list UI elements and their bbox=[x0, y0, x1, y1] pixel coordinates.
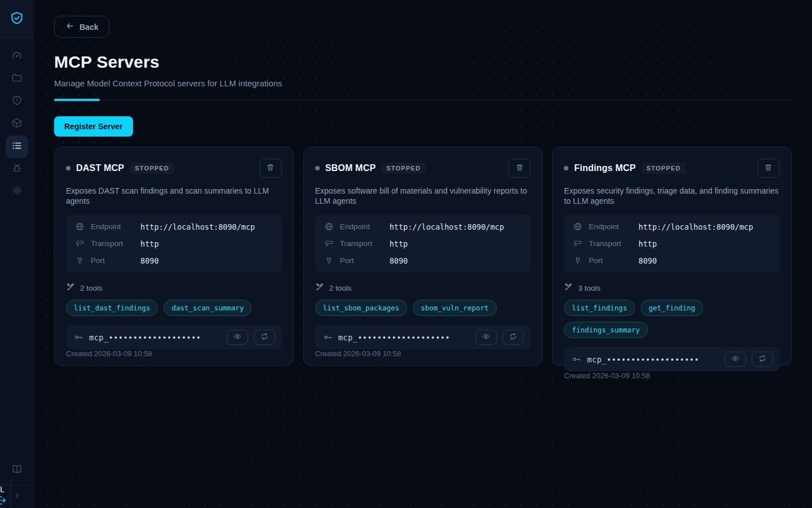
sidebar-item-issues[interactable] bbox=[6, 158, 28, 181]
page-subtitle: Manage Model Context Protocol servers fo… bbox=[54, 78, 792, 88]
tool-pill: dast_scan_summary bbox=[164, 300, 251, 316]
transport-value: http bbox=[390, 239, 408, 248]
server-card-sbom: SBOM MCP STOPPED Exposes software bill o… bbox=[303, 147, 543, 366]
server-card-grid: DAST MCP STOPPED Exposes DAST scan findi… bbox=[54, 147, 792, 366]
detail-label: Port bbox=[340, 256, 390, 265]
app-logo[interactable] bbox=[0, 0, 34, 38]
logout-icon bbox=[0, 498, 8, 507]
server-description: Exposes software bill of materials and v… bbox=[315, 186, 531, 207]
detail-row-transport: Transport http bbox=[75, 239, 273, 248]
trash-icon bbox=[764, 163, 773, 173]
book-icon bbox=[11, 463, 23, 477]
detail-label: Transport bbox=[589, 239, 638, 248]
globe-icon bbox=[573, 222, 582, 231]
server-details-panel: Endpoint http://localhost:8090/mcp Trans… bbox=[315, 214, 531, 273]
rotate-key-button[interactable] bbox=[752, 352, 773, 367]
globe-icon bbox=[324, 222, 334, 231]
package-icon bbox=[11, 117, 23, 131]
api-key-masked: mcp_••••••••••••••••••• bbox=[89, 333, 201, 342]
sidebar-item-dashboard[interactable] bbox=[6, 45, 28, 68]
detail-label: Endpoint bbox=[340, 222, 390, 231]
refresh-icon bbox=[758, 354, 766, 364]
tool-pill: sbom_vuln_report bbox=[413, 300, 496, 316]
sidebar-item-settings[interactable] bbox=[6, 181, 28, 203]
port-value: 8090 bbox=[390, 256, 408, 265]
tool-pill: list_findings bbox=[564, 300, 635, 316]
gear-icon bbox=[11, 185, 23, 199]
plug-icon bbox=[324, 256, 334, 265]
created-timestamp: Created 2026-03-09 10:58 bbox=[564, 371, 780, 380]
key-icon bbox=[572, 354, 581, 364]
tool-pill-list: list_sbom_packages sbom_vuln_report bbox=[315, 300, 531, 316]
status-badge: STOPPED bbox=[641, 163, 686, 174]
status-dot bbox=[315, 166, 320, 170]
network-icon bbox=[75, 239, 85, 248]
tool-pill-list: list_findings get_finding findings_summa… bbox=[564, 300, 780, 338]
globe-icon bbox=[75, 222, 85, 231]
sidebar-item-projects[interactable] bbox=[6, 68, 28, 90]
eye-icon bbox=[482, 332, 490, 342]
status-dot bbox=[66, 166, 70, 170]
delete-server-button[interactable] bbox=[757, 159, 780, 178]
refresh-icon bbox=[509, 332, 517, 342]
reveal-key-button[interactable] bbox=[725, 352, 746, 367]
tool-pill-list: list_dast_findings dast_scan_summary bbox=[66, 300, 282, 316]
status-dot bbox=[564, 166, 568, 170]
server-details-panel: Endpoint http://localhost:8090/mcp Trans… bbox=[66, 214, 282, 273]
plug-icon bbox=[573, 256, 582, 265]
network-icon bbox=[573, 239, 582, 248]
reveal-key-button[interactable] bbox=[227, 330, 248, 345]
list-icon bbox=[11, 140, 23, 154]
api-key-panel: mcp_••••••••••••••••••• bbox=[315, 325, 531, 349]
server-name: DAST MCP bbox=[76, 163, 124, 173]
server-description: Exposes DAST scan findings and scan summ… bbox=[66, 186, 282, 207]
logout-button[interactable] bbox=[0, 495, 8, 508]
sidebar-item-docs[interactable] bbox=[0, 459, 34, 481]
status-badge: STOPPED bbox=[130, 163, 174, 174]
detail-row-endpoint: Endpoint http://localhost:8090/mcp bbox=[573, 222, 771, 231]
tools-icon bbox=[564, 282, 573, 294]
detail-row-port: Port 8090 bbox=[75, 256, 273, 265]
reveal-key-button[interactable] bbox=[475, 330, 497, 345]
tool-pill: get_finding bbox=[641, 300, 703, 316]
detail-label: Transport bbox=[340, 239, 390, 248]
transport-value: http bbox=[638, 239, 657, 248]
bug-icon bbox=[11, 163, 23, 176]
trash-icon bbox=[515, 163, 524, 173]
tool-pill: list_dast_findings bbox=[66, 300, 158, 316]
endpoint-value: http://localhost:8090/mcp bbox=[390, 222, 504, 231]
tool-pill: findings_summary bbox=[564, 322, 647, 338]
server-description: Exposes security findings, triage data, … bbox=[564, 186, 780, 207]
eye-icon bbox=[233, 332, 241, 342]
detail-row-endpoint: Endpoint http://localhost:8090/mcp bbox=[75, 222, 273, 231]
sidebar-item-packages[interactable] bbox=[6, 113, 28, 135]
sidebar-overflow-label: L bbox=[0, 484, 5, 494]
detail-row-transport: Transport http bbox=[573, 239, 771, 248]
delete-server-button[interactable] bbox=[508, 159, 531, 178]
network-icon bbox=[324, 239, 334, 248]
register-server-button[interactable]: Register Server bbox=[54, 116, 133, 137]
detail-label: Port bbox=[91, 256, 140, 265]
server-card-findings: Findings MCP STOPPED Exposes security fi… bbox=[552, 147, 792, 366]
rotate-key-button[interactable] bbox=[254, 330, 275, 345]
rotate-key-button[interactable] bbox=[502, 330, 524, 345]
back-button[interactable]: Back bbox=[54, 16, 109, 38]
delete-server-button[interactable] bbox=[259, 159, 282, 178]
server-details-panel: Endpoint http://localhost:8090/mcp Trans… bbox=[564, 214, 780, 273]
arrow-left-icon bbox=[65, 21, 74, 32]
sidebar-item-vulnerabilities[interactable] bbox=[6, 90, 28, 113]
sidebar-item-mcp-servers[interactable] bbox=[6, 135, 28, 158]
section-divider bbox=[54, 98, 792, 100]
shield-check-icon bbox=[10, 11, 24, 28]
transport-value: http bbox=[140, 239, 159, 248]
api-key-masked: mcp_••••••••••••••••••• bbox=[338, 333, 450, 342]
main-content: Back MCP Servers Manage Model Context Pr… bbox=[34, 0, 812, 508]
tools-summary: 2 tools bbox=[66, 282, 282, 294]
detail-label: Transport bbox=[91, 239, 140, 248]
endpoint-value: http://localhost:8090/mcp bbox=[140, 222, 255, 231]
detail-row-endpoint: Endpoint http://localhost:8090/mcp bbox=[324, 222, 522, 231]
detail-label: Endpoint bbox=[91, 222, 140, 231]
key-icon bbox=[323, 332, 333, 342]
tools-count: 2 tools bbox=[80, 284, 103, 292]
tools-icon bbox=[66, 282, 75, 294]
